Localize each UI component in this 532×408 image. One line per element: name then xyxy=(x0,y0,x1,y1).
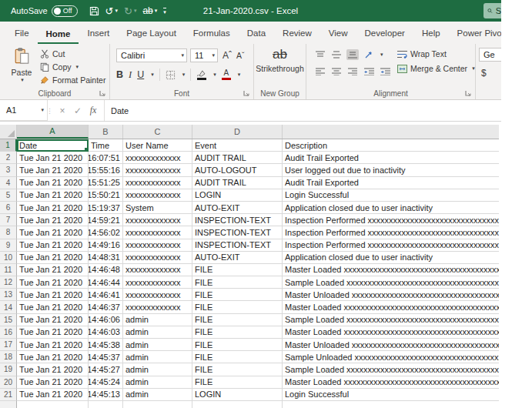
cell[interactable]: System xyxy=(123,202,192,214)
tab-view[interactable]: View xyxy=(320,28,356,44)
font-color-dropdown-icon[interactable]: ▾ xyxy=(238,72,241,78)
copy-button[interactable]: Copy ▾ xyxy=(40,62,105,72)
font-color-button[interactable]: A xyxy=(222,69,231,80)
row-number[interactable]: 10 xyxy=(0,252,17,264)
number-format-select[interactable]: Ge xyxy=(479,48,501,62)
cell[interactable]: Tue Jan 21 2020 xyxy=(17,363,89,376)
row-number[interactable]: 16 xyxy=(0,326,17,339)
cell[interactable]: Inspection Performed xxxxxxxxxxxxxxxxxxx… xyxy=(283,226,499,239)
font-size-dropdown-icon[interactable]: ▾ xyxy=(212,52,215,59)
strikethrough-qat-button[interactable]: ab▾ xyxy=(140,2,159,19)
cell[interactable]: xxxxxxxxxxxxx xyxy=(123,214,192,226)
paste-dropdown-icon[interactable]: ▾ xyxy=(9,77,35,83)
enter-icon[interactable]: ✓ xyxy=(70,105,85,116)
name-box[interactable]: A1 ▾ xyxy=(0,100,48,121)
cut-button[interactable]: Cut xyxy=(40,48,105,59)
italic-button[interactable]: I xyxy=(129,69,132,81)
cell[interactable]: xxxxxxxxxxxxx xyxy=(123,189,192,202)
row-number[interactable]: 7 xyxy=(0,214,17,226)
cell[interactable]: Tue Jan 21 2020 xyxy=(17,177,89,189)
align-left-button[interactable] xyxy=(314,66,326,77)
merge-center-button[interactable]: Merge & Center ▾ xyxy=(397,64,475,73)
cell[interactable]: 15:51:25 xyxy=(89,177,123,189)
cell[interactable]: 14:45:24 xyxy=(89,376,123,389)
row-number[interactable]: 1 xyxy=(0,139,17,152)
cell[interactable]: xxxxxxxxxxxxx xyxy=(123,264,192,276)
paste-button[interactable]: Paste ▾ xyxy=(8,48,35,83)
cell[interactable]: Sample Loaded xxxxxxxxxxxxxxxxxxxxxxxxxx… xyxy=(283,363,499,376)
borders-button[interactable] xyxy=(166,70,176,80)
cell[interactable]: Tue Jan 21 2020 xyxy=(17,152,89,164)
cell[interactable]: Tue Jan 21 2020 xyxy=(17,289,89,301)
cell[interactable]: Master Unloaded xxxxxxxxxxxxxxxxxxxxxxxx… xyxy=(283,289,499,301)
tab-review[interactable]: Review xyxy=(274,28,320,44)
cell[interactable]: Audit Trail Exported xyxy=(283,177,499,189)
cell[interactable]: 14:45:27 xyxy=(89,363,123,376)
cell[interactable]: LOGIN xyxy=(192,189,283,202)
cell[interactable]: User Name xyxy=(123,139,192,152)
row-number[interactable]: 18 xyxy=(0,351,17,363)
cell[interactable]: 15:50:21 xyxy=(89,189,123,202)
row-number[interactable]: 2 xyxy=(0,152,17,164)
formula-bar-value[interactable]: Date xyxy=(104,100,501,121)
alignment-dialog-launcher-icon[interactable] xyxy=(465,90,472,97)
cell[interactable]: FILE xyxy=(192,264,283,276)
cancel-icon[interactable]: × xyxy=(55,105,70,116)
increase-indent-button[interactable] xyxy=(379,66,391,77)
cell[interactable]: admin xyxy=(123,314,192,326)
cell[interactable]: Tue Jan 21 2020 xyxy=(17,239,89,252)
cell[interactable]: User logged out due to inactivity xyxy=(283,164,499,176)
row-number[interactable]: 8 xyxy=(0,226,17,239)
row-number[interactable]: 12 xyxy=(0,276,17,289)
align-center-button[interactable] xyxy=(330,66,343,77)
tab-help[interactable]: Help xyxy=(413,28,449,44)
cell[interactable]: admin xyxy=(123,376,192,389)
font-dialog-launcher-icon[interactable] xyxy=(243,90,250,97)
cell[interactable]: 14:46:44 xyxy=(89,276,123,289)
fill-color-button[interactable] xyxy=(196,70,206,80)
cell[interactable]: AUTO-EXIT xyxy=(192,202,283,214)
cell[interactable]: Tue Jan 21 2020 xyxy=(17,326,89,339)
row-number[interactable]: 17 xyxy=(0,339,17,351)
font-size-select[interactable]: 11 ▾ xyxy=(190,48,218,62)
cell[interactable]: LOGIN xyxy=(192,389,283,401)
cell[interactable]: Tue Jan 21 2020 xyxy=(17,214,89,226)
cell[interactable]: Sample Loaded xxxxxxxxxxxxxxxxxxxxxxxxxx… xyxy=(283,276,499,289)
cell[interactable]: Tue Jan 21 2020 xyxy=(17,339,89,351)
font-name-select[interactable]: Calibri ▾ xyxy=(116,48,187,62)
cell[interactable]: FILE xyxy=(192,351,283,363)
row-number[interactable]: 3 xyxy=(0,164,17,176)
tab-insert[interactable]: Insert xyxy=(79,28,118,44)
insert-function-icon[interactable]: fx xyxy=(85,105,101,116)
cell[interactable]: Tue Jan 21 2020 xyxy=(17,202,89,214)
row-number[interactable]: 14 xyxy=(0,301,17,313)
select-all-corner[interactable] xyxy=(0,125,17,139)
cell[interactable]: Application closed due to user inactivit… xyxy=(283,252,499,264)
cell[interactable]: admin xyxy=(123,363,192,376)
underline-dropdown-icon[interactable]: ▾ xyxy=(151,72,154,78)
cell[interactable]: Tue Jan 21 2020 xyxy=(17,226,89,239)
cell[interactable]: xxxxxxxxxxxxx xyxy=(123,226,192,239)
tab-developer[interactable]: Developer xyxy=(356,28,413,44)
cell[interactable]: Audit Trail Exported xyxy=(283,152,499,164)
row-number[interactable]: 4 xyxy=(0,177,17,189)
cell[interactable]: AUDIT TRAIL xyxy=(192,152,283,164)
cell[interactable]: FILE xyxy=(192,326,283,339)
cell[interactable]: Tue Jan 21 2020 xyxy=(17,351,89,363)
merge-center-dropdown-icon[interactable]: ▾ xyxy=(472,65,475,72)
cell[interactable]: admin xyxy=(123,351,192,363)
top-align-button[interactable] xyxy=(314,49,326,60)
underline-button[interactable]: U xyxy=(137,69,144,80)
align-right-button[interactable] xyxy=(346,66,359,77)
cell[interactable]: 14:48:31 xyxy=(89,252,123,264)
cell[interactable]: xxxxxxxxxxxxx xyxy=(123,164,192,176)
bottom-align-button[interactable] xyxy=(346,49,359,60)
cell[interactable]: admin xyxy=(123,389,192,401)
clipboard-dialog-launcher-icon[interactable] xyxy=(99,90,106,97)
cell[interactable]: 16:07:51 xyxy=(89,152,123,164)
tab-page-layout[interactable]: Page Layout xyxy=(118,28,185,44)
cell[interactable]: 14:46:41 xyxy=(89,289,123,301)
cell[interactable]: Master Loaded xxxxxxxxxxxxxxxxxxxxxxxxxx… xyxy=(283,301,499,313)
accounting-format-button[interactable]: $ xyxy=(481,68,487,79)
cell[interactable]: 14:46:48 xyxy=(89,264,123,276)
